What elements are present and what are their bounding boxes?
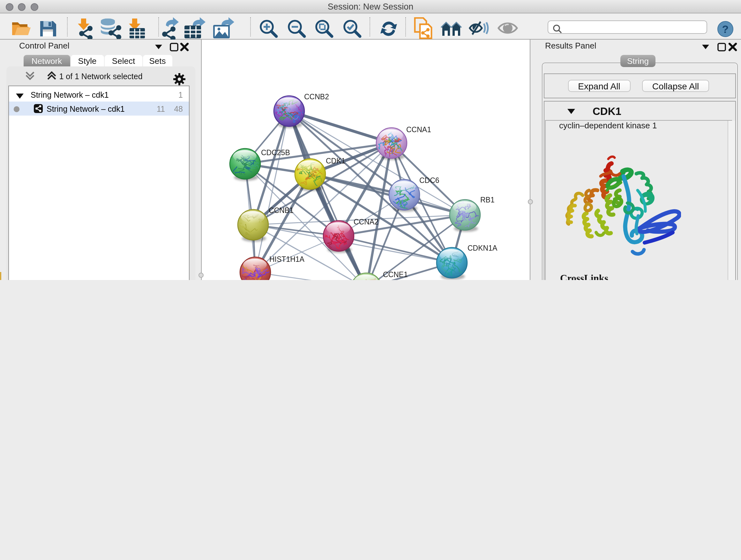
svg-text:CDC25B: CDC25B [261, 148, 290, 157]
svg-text:CCNA1: CCNA1 [406, 125, 431, 134]
svg-text:CCNB1: CCNB1 [268, 206, 293, 214]
svg-text:CDC6: CDC6 [419, 176, 439, 185]
svg-text:HIST1H1A: HIST1H1A [269, 255, 305, 263]
svg-text:CCNA2: CCNA2 [353, 218, 378, 226]
svg-text:?: ? [722, 23, 729, 35]
svg-text:CDK1: CDK1 [326, 157, 345, 165]
svg-text:CDKN1A: CDKN1A [467, 244, 497, 252]
svg-text:CCNB2: CCNB2 [304, 92, 329, 101]
svg-text:CCNE1: CCNE1 [383, 270, 408, 279]
svg-text:RB1: RB1 [480, 196, 494, 204]
